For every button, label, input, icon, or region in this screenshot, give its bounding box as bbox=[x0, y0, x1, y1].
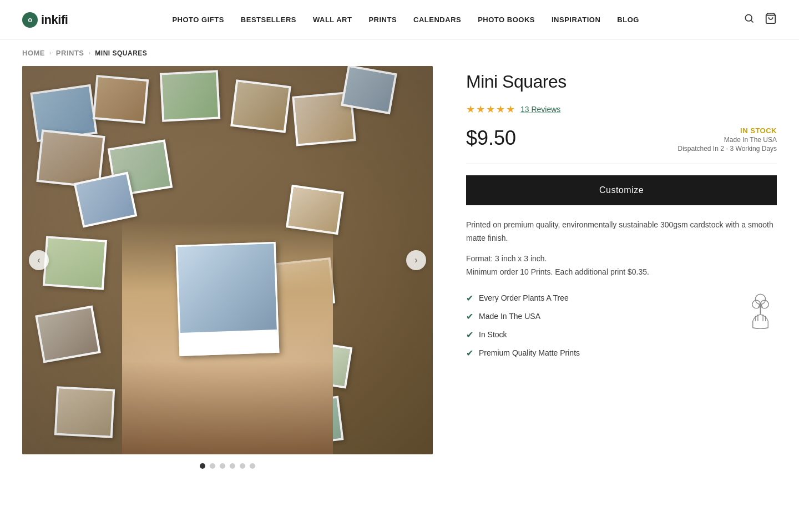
feature-item-2: ✔ Made In The USA bbox=[466, 311, 727, 322]
nav-calendars[interactable]: CALENDARS bbox=[413, 16, 461, 24]
breadcrumb-chevron-2: › bbox=[89, 50, 91, 56]
carousel-dot-6[interactable] bbox=[250, 463, 255, 469]
in-stock-label: IN STOCK bbox=[677, 126, 777, 135]
logo-text: inkifi bbox=[41, 13, 68, 27]
cart-icon[interactable] bbox=[765, 12, 777, 27]
carousel-dot-5[interactable] bbox=[240, 463, 245, 469]
product-description: Printed on premium quality, environmenta… bbox=[466, 219, 777, 245]
check-icon-3: ✔ bbox=[466, 330, 473, 340]
made-in-label: Made In The USA bbox=[677, 136, 777, 144]
feature-item-4: ✔ Premium Quality Matte Prints bbox=[466, 348, 727, 358]
nav-inspiration[interactable]: INSPIRATION bbox=[552, 16, 600, 24]
product-price: $9.50 bbox=[466, 126, 516, 150]
breadcrumb: HOME › PRINTS › MINI SQUARES bbox=[0, 40, 799, 66]
feature-item-3: ✔ In Stock bbox=[466, 330, 727, 340]
nav-blog[interactable]: BLOG bbox=[617, 16, 639, 24]
product-container: ‹ › Mini Squares ★ ★ ★ ★ ★ 1 bbox=[0, 66, 799, 502]
logo-dot: o bbox=[22, 12, 38, 28]
star-4: ★ bbox=[496, 103, 505, 115]
svg-point-0 bbox=[745, 14, 752, 21]
tree-hand-icon bbox=[745, 293, 776, 329]
main-nav: PHOTO GIFTS BESTSELLERS WALL ART PRINTS … bbox=[172, 16, 639, 24]
customize-button[interactable]: Customize bbox=[466, 175, 777, 205]
price-row: $9.50 IN STOCK Made In The USA Dispatche… bbox=[466, 126, 777, 153]
photo-overlay bbox=[22, 66, 433, 454]
chevron-right-icon: › bbox=[414, 255, 417, 265]
rating-row: ★ ★ ★ ★ ★ 13 Reviews bbox=[466, 103, 777, 115]
check-icon-2: ✔ bbox=[466, 311, 473, 322]
svg-line-1 bbox=[751, 21, 754, 23]
breadcrumb-current: MINI SQUARES bbox=[95, 49, 147, 57]
carousel-prev-button[interactable]: ‹ bbox=[29, 250, 49, 270]
stock-info: IN STOCK Made In The USA Dispatched In 2… bbox=[677, 126, 777, 153]
nav-bestsellers[interactable]: BESTSELLERS bbox=[241, 16, 296, 24]
features-section: ✔ Every Order Plants A Tree ✔ Made In Th… bbox=[466, 293, 777, 366]
feature-item-1: ✔ Every Order Plants A Tree bbox=[466, 293, 727, 303]
carousel-dot-2[interactable] bbox=[210, 463, 215, 469]
main-image: ‹ › bbox=[22, 66, 433, 454]
nav-prints[interactable]: PRINTS bbox=[368, 16, 397, 24]
carousel-dot-4[interactable] bbox=[230, 463, 235, 469]
nav-wall-art[interactable]: WALL ART bbox=[313, 16, 352, 24]
chevron-left-icon: ‹ bbox=[37, 255, 40, 265]
tree-icon-container bbox=[744, 293, 777, 329]
search-icon[interactable] bbox=[744, 13, 755, 27]
star-5: ★ bbox=[506, 103, 515, 115]
min-order-info: Minimum order 10 Prints. Each additional… bbox=[466, 267, 777, 276]
feature-label-3: In Stock bbox=[479, 330, 507, 339]
header: o inkifi PHOTO GIFTS BESTSELLERS WALL AR… bbox=[0, 0, 799, 40]
dispatch-label: Dispatched In 2 - 3 Working Days bbox=[677, 145, 777, 153]
reviews-link[interactable]: 13 Reviews bbox=[520, 105, 560, 114]
logo[interactable]: o inkifi bbox=[22, 12, 68, 28]
product-info: Mini Squares ★ ★ ★ ★ ★ 13 Reviews $9.50 … bbox=[466, 66, 777, 469]
check-icon-1: ✔ bbox=[466, 293, 473, 303]
header-icons bbox=[744, 12, 777, 27]
carousel-next-button[interactable]: › bbox=[406, 250, 426, 270]
features-list: ✔ Every Order Plants A Tree ✔ Made In Th… bbox=[466, 293, 727, 366]
product-image-section: ‹ › bbox=[22, 66, 433, 469]
divider bbox=[466, 164, 777, 164]
breadcrumb-home[interactable]: HOME bbox=[22, 49, 45, 57]
feature-label-1: Every Order Plants A Tree bbox=[479, 293, 569, 302]
breadcrumb-chevron-1: › bbox=[49, 50, 52, 56]
check-icon-4: ✔ bbox=[466, 348, 473, 358]
carousel-dot-3[interactable] bbox=[220, 463, 225, 469]
star-rating: ★ ★ ★ ★ ★ bbox=[466, 103, 515, 115]
feature-label-2: Made In The USA bbox=[479, 312, 540, 321]
star-1: ★ bbox=[466, 103, 475, 115]
carousel-dot-1[interactable] bbox=[200, 463, 205, 469]
star-3: ★ bbox=[486, 103, 495, 115]
carousel-dots bbox=[22, 463, 433, 469]
photo-collage bbox=[22, 66, 433, 454]
nav-photo-books[interactable]: PHOTO BOOKS bbox=[478, 16, 535, 24]
format-info: Format: 3 inch x 3 inch. bbox=[466, 254, 777, 263]
nav-photo-gifts[interactable]: PHOTO GIFTS bbox=[172, 16, 224, 24]
product-title: Mini Squares bbox=[466, 72, 777, 92]
feature-label-4: Premium Quality Matte Prints bbox=[479, 348, 580, 357]
breadcrumb-prints[interactable]: PRINTS bbox=[56, 49, 84, 57]
star-2: ★ bbox=[476, 103, 485, 115]
